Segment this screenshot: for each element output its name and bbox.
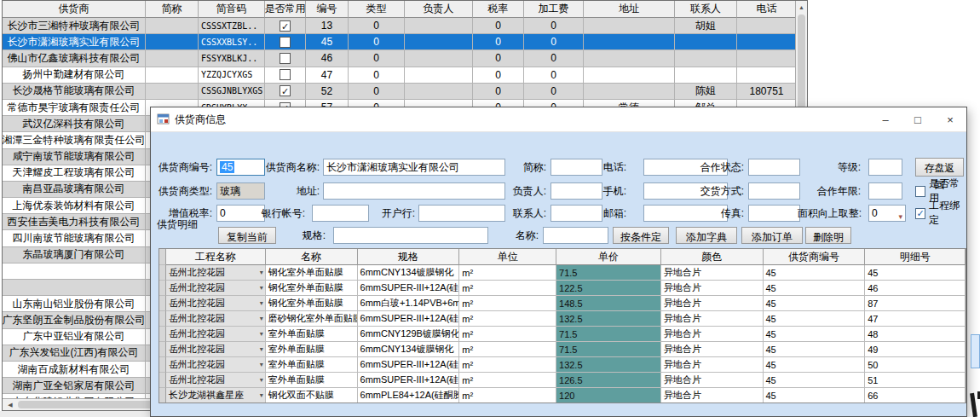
column-header-address[interactable]: 地址	[584, 1, 675, 18]
project-combo[interactable]: 岳州北控花园▾	[166, 327, 266, 342]
mobile-label: 手机:	[594, 182, 626, 200]
minimize-button-icon[interactable]: –	[869, 107, 902, 131]
supplier-id: 45	[764, 327, 866, 342]
project-combo[interactable]: 岳州北控花园▾	[166, 311, 266, 327]
project-bind-checkbox[interactable]: ✓ 工程绑定	[915, 205, 966, 222]
spec-filter-input[interactable]	[333, 227, 488, 244]
project-combo[interactable]: 岳州北控花园▾	[166, 357, 266, 373]
detail-row[interactable]: 岳州北控花园▾钢化室外单面贴膜6mmSUPER-III+12A(硅...m²12…	[159, 281, 966, 296]
add-order-detail-button[interactable]: 添加订单明细	[741, 227, 803, 244]
supplier-table-header: 供货商简称简音码是否常用编号类型负责人税率加工费地址联系人电话	[3, 1, 807, 18]
scroll-left-icon[interactable]: ◀	[4, 399, 16, 410]
column-header-unit[interactable]: 单位	[459, 249, 556, 265]
coop-status-field[interactable]	[748, 159, 800, 176]
color: 异地合片	[661, 265, 764, 281]
checkbox-unchecked-icon[interactable]	[280, 53, 291, 64]
project-combo[interactable]: 长沙龙湖祺鑫星座▾	[166, 388, 266, 403]
column-header-detail-id[interactable]: 明细号	[865, 249, 966, 265]
column-header-short-name[interactable]: 简称	[146, 1, 199, 18]
copy-project-button[interactable]: 复制当前工程	[218, 227, 276, 244]
column-header-spec[interactable]: 规格	[358, 249, 460, 265]
delivery-mode-field[interactable]	[748, 182, 800, 200]
common-checkbox-cell	[265, 50, 306, 67]
detail-name: 磨砂钢化室外单面贴膜	[266, 311, 358, 327]
unit-price: 132.5	[556, 311, 661, 327]
grade-field[interactable]	[868, 159, 902, 176]
project-combo[interactable]: 岳州北控花园▾	[166, 342, 266, 357]
column-header-tax-rate[interactable]: 税率	[473, 1, 524, 18]
is-common-checkbox[interactable]: 是否常用	[915, 182, 966, 200]
phone: 180751	[737, 84, 797, 100]
column-header-detail-name[interactable]: 名称	[266, 249, 358, 265]
supplier-name-field[interactable]	[323, 159, 505, 176]
area-round-up-combo[interactable]: 0 ▾	[868, 205, 906, 222]
supplier-row[interactable]: 长沙市潇湘玻璃实业有限公司CSSXXBLSY..45000	[3, 34, 807, 50]
name-filter-input[interactable]	[543, 227, 608, 244]
column-header-supplier-name[interactable]: 供货商	[3, 1, 146, 18]
supplier-row[interactable]: 扬州中勤建材有限公司YZZQJCYXGS47000	[3, 67, 807, 84]
area-round-up-value: 0	[872, 207, 878, 219]
supplier-row[interactable]: 佛山市亿鑫玻璃科技有限公司FSSYXBLKJ..46000	[3, 50, 807, 67]
delete-detail-button[interactable]: 删除明细	[805, 227, 851, 244]
bank-name-field[interactable]	[418, 205, 505, 222]
supplier-row[interactable]: 长沙市三湘特种玻璃有限公司CSSSXTZBL..✓13000胡姐	[3, 18, 807, 34]
contact-label: 联系人:	[504, 205, 546, 222]
checkbox-checked-icon[interactable]: ✓	[280, 85, 291, 96]
checkbox-unchecked-icon[interactable]	[915, 186, 925, 197]
detail-row[interactable]: 岳州北控花园▾室外单面贴膜6mmSUPER-III+12A(硅...m²132.…	[159, 357, 966, 373]
supplier-name: 武汉亿深科技有限公司	[3, 116, 146, 132]
coop-status-label: 合作状态:	[688, 159, 744, 176]
supplier-row[interactable]: 长沙晟格节能玻璃有限公司CSSGJNBLYXGS✓52000陈姐180751	[3, 84, 807, 100]
checkbox-unchecked-icon[interactable]	[280, 37, 291, 48]
project-combo[interactable]: 岳州北控花园▾	[166, 296, 266, 311]
bank-account-field[interactable]	[312, 205, 369, 222]
supplier-type: 0	[349, 50, 405, 67]
project-combo[interactable]: 岳州北控花园▾	[166, 281, 266, 296]
dialog-titlebar[interactable]: 供货商信息 – □ ×	[151, 107, 966, 132]
supplier-type-field[interactable]: 玻璃	[216, 182, 265, 200]
column-header-supplier-id[interactable]: 编号	[306, 1, 349, 18]
add-dict-detail-button[interactable]: 添加字典明细	[676, 227, 737, 244]
column-header-leader[interactable]: 负责人	[405, 1, 473, 18]
column-header-supplier-id[interactable]: 供货商编号	[764, 249, 866, 265]
supplier-id: 46	[306, 50, 349, 67]
maximize-button-icon[interactable]: □	[902, 107, 934, 131]
column-header-color[interactable]: 颜色	[661, 249, 764, 265]
column-header-contact[interactable]: 联系人	[675, 1, 737, 18]
column-header-project-name[interactable]: 工程名称	[166, 249, 266, 265]
unit: m²	[459, 373, 556, 388]
close-button-icon[interactable]: ×	[934, 107, 966, 131]
vertical-scrollbar-thumb[interactable]	[798, 14, 805, 108]
detail-row[interactable]: 岳州北控花园▾磨砂钢化室外单面贴膜6mmSUPER-III+12A(硅...m²…	[159, 311, 966, 327]
detail-row[interactable]: 岳州北控花园▾室外单面贴膜6mmCNY134镀膜钢化m²71.5异地合片4549	[159, 342, 966, 357]
row-header	[159, 296, 166, 311]
column-header-common-checkbox-cell[interactable]: 是否常用	[265, 1, 306, 18]
save-return-button[interactable]: 存盘返回	[915, 158, 964, 177]
coop-years-field[interactable]	[868, 182, 902, 200]
column-header-phone[interactable]: 电话	[737, 1, 797, 18]
detail-row[interactable]: 岳州北控花园▾钢化室外单面贴膜6mmCNY134镀膜钢化m²71.5异地合片45…	[159, 265, 966, 281]
scroll-up-icon[interactable]: ▲	[796, 1, 807, 14]
checkbox-checked-icon[interactable]: ✓	[915, 208, 925, 219]
column-header-unit-price[interactable]: 单价	[556, 249, 661, 265]
column-header-process-fee[interactable]: 加工费	[524, 1, 584, 18]
chevron-down-icon: ▾	[260, 361, 263, 368]
checkbox-checked-icon[interactable]: ✓	[280, 20, 291, 32]
tax-rate: 0	[473, 34, 524, 50]
project-combo[interactable]: 岳州北控花园▾	[166, 373, 266, 388]
detail-name: 钢化双面不贴膜	[266, 388, 358, 403]
checkbox-unchecked-icon[interactable]	[280, 69, 291, 80]
detail-row[interactable]: 岳州北控花园▾室外单面贴膜6mmCNY129B镀膜钢化m²71.5异地合片454…	[159, 327, 966, 342]
column-header-supplier-type[interactable]: 类型	[349, 1, 405, 18]
detail-row[interactable]: 岳州北控花园▾钢化室外单面贴膜6mm白玻+1.14PVB+6mm...m²148…	[159, 296, 966, 311]
background-text-fragment	[970, 393, 977, 417]
delivery-mode-label: 交货方式:	[688, 182, 744, 200]
locate-button[interactable]: 按条件定位	[613, 227, 669, 244]
column-header-pinyin-code[interactable]: 简音码	[199, 1, 265, 18]
supplier-name	[3, 280, 146, 296]
address-field[interactable]	[323, 182, 505, 200]
detail-row[interactable]: 长沙龙湖祺鑫星座▾钢化双面不贴膜6mmPLE84+12A(硅酮胶...m²120…	[159, 388, 966, 403]
project-combo[interactable]: 岳州北控花园▾	[166, 265, 266, 281]
supplier-id: 45	[764, 373, 866, 388]
detail-row[interactable]: 岳州北控花园▾室外单面贴膜6mmSUPER-III+12A(硅...m²126.…	[159, 373, 966, 388]
